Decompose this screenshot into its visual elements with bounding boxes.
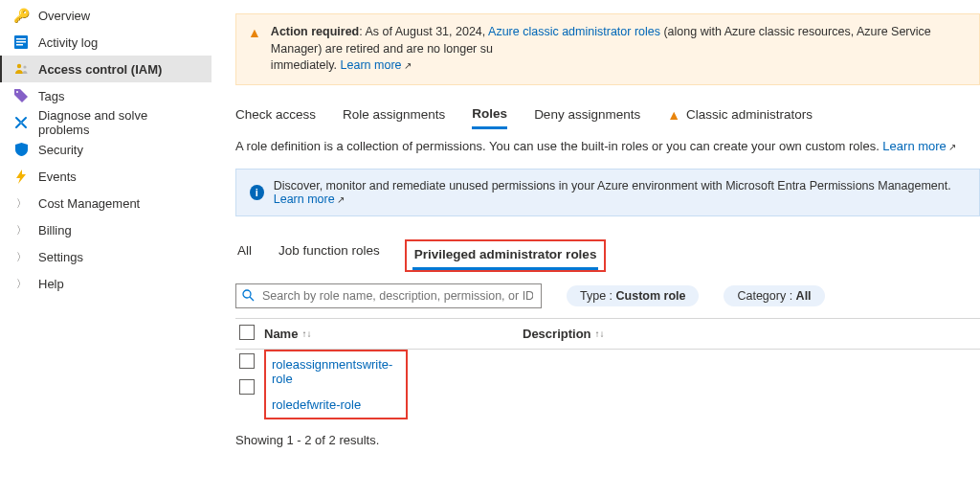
role-search-input[interactable] [260, 288, 535, 304]
filter-row: Type : Custom role Category : All [235, 283, 980, 308]
role-link[interactable]: roledefwrite-role [266, 396, 367, 414]
svg-point-4 [16, 63, 20, 67]
warning-icon: ▲ [248, 24, 261, 75]
table-header: Name ↑↓ Description ↑↓ [235, 318, 980, 350]
sidebar-item-cost-management[interactable]: 〉 Cost Management [0, 190, 212, 216]
alert-text: : As of August 31, 2024, [359, 25, 488, 38]
chevron-right-icon: 〉 [13, 250, 29, 264]
key-icon: 🔑 [13, 8, 29, 23]
sort-icon: ↑↓ [301, 328, 311, 339]
learn-more-link[interactable]: Learn more [274, 192, 335, 206]
alert-lead: Action required [271, 25, 359, 38]
sidebar-item-label: Settings [38, 250, 83, 264]
sidebar-item-access-control[interactable]: Access control (IAM) [0, 56, 212, 82]
chevron-right-icon: 〉 [13, 196, 29, 211]
shield-icon [13, 142, 29, 157]
sidebar-item-label: Events [38, 170, 77, 184]
filter-type-pill[interactable]: Type : Custom role [567, 285, 699, 306]
sidebar-item-billing[interactable]: 〉 Billing [0, 216, 212, 243]
table-row: roleassignmentswrite-role [266, 351, 406, 392]
tab-roles[interactable]: Roles [472, 106, 507, 129]
info-icon: i [250, 185, 264, 200]
row-checkbox[interactable] [235, 353, 264, 372]
row-checkbox[interactable] [235, 379, 264, 397]
sidebar: 🔑 Overview Activity log Access control (… [0, 0, 212, 498]
chevron-right-icon: 〉 [13, 277, 29, 291]
sidebar-item-diagnose[interactable]: Diagnose and solve problems [0, 109, 212, 136]
tab-check-access[interactable]: Check access [235, 106, 316, 129]
external-link-icon: ↗ [337, 194, 345, 205]
sort-icon: ↑↓ [595, 328, 605, 339]
table-row [235, 350, 264, 375]
sidebar-item-label: Diagnose and solve problems [38, 108, 202, 137]
learn-more-link[interactable]: Learn more [341, 58, 402, 72]
pill-label: Type : [580, 289, 616, 303]
info-text: Discover, monitor and remediate unused p… [274, 179, 951, 192]
sidebar-item-events[interactable]: Events [0, 163, 212, 190]
svg-point-7 [243, 290, 251, 298]
bolt-icon [13, 169, 29, 184]
pill-label: Category : [737, 289, 795, 303]
sidebar-item-overview[interactable]: 🔑 Overview [0, 2, 212, 29]
roles-description: A role definition is a collection of per… [235, 139, 980, 153]
sidebar-item-label: Overview [38, 9, 90, 23]
learn-more-link[interactable]: Learn more [882, 139, 946, 153]
entra-info-banner: i Discover, monitor and remediate unused… [235, 169, 980, 216]
sidebar-item-label: Activity log [38, 35, 98, 50]
role-subtabs: All Job function roles Privileged admini… [235, 239, 980, 272]
svg-line-8 [250, 297, 254, 301]
pill-value: Custom role [616, 289, 686, 303]
main-content: ▲ Action required: As of August 31, 2024… [212, 0, 980, 498]
sidebar-item-help[interactable]: 〉 Help [0, 270, 212, 297]
tab-classic-administrators[interactable]: ▲ Classic administrators [667, 106, 813, 129]
svg-rect-2 [16, 41, 26, 43]
external-link-icon: ↗ [404, 60, 412, 71]
main-tabs: Check access Role assignments Roles Deny… [235, 106, 980, 129]
subtab-all[interactable]: All [235, 239, 254, 272]
svg-rect-1 [16, 38, 26, 40]
results-count: Showing 1 - 2 of 2 results. [235, 433, 980, 447]
svg-point-5 [23, 65, 26, 68]
highlight-annotation: roleassignmentswrite-role roledefwrite-r… [264, 350, 408, 419]
role-link[interactable]: roleassignmentswrite-role [266, 355, 406, 388]
tab-role-assignments[interactable]: Role assignments [343, 106, 445, 129]
sidebar-item-label: Tags [38, 89, 64, 103]
sidebar-item-tags[interactable]: Tags [0, 82, 212, 109]
iam-icon [13, 61, 29, 77]
subtab-job-function[interactable]: Job function roles [277, 239, 382, 272]
sidebar-item-label: Security [38, 143, 83, 157]
external-link-icon: ↗ [948, 142, 956, 152]
col-desc-label: Description [523, 327, 591, 341]
col-name-label: Name [264, 327, 298, 341]
tab-label: Classic administrators [686, 107, 813, 122]
tag-icon [13, 88, 29, 103]
classic-roles-link[interactable]: Azure classic administrator roles [488, 25, 660, 38]
sidebar-item-settings[interactable]: 〉 Settings [0, 243, 212, 270]
table-row [235, 375, 264, 401]
header-checkbox[interactable] [235, 325, 264, 343]
warning-icon: ▲ [667, 107, 680, 123]
tab-deny-assignments[interactable]: Deny assignments [534, 106, 640, 129]
subtab-privileged-admin[interactable]: Privileged administrator roles [412, 243, 599, 270]
highlight-annotation: Privileged administrator roles [405, 239, 607, 272]
activity-log-icon [13, 34, 29, 50]
description-text: A role definition is a collection of per… [235, 139, 882, 153]
sidebar-item-label: Billing [38, 223, 72, 238]
sidebar-item-security[interactable]: Security [0, 136, 212, 163]
header-description[interactable]: Description ↑↓ [523, 325, 605, 343]
alert-text: immediately. [271, 58, 341, 72]
sidebar-item-label: Help [38, 277, 64, 291]
pill-value: All [796, 289, 812, 303]
chevron-right-icon: 〉 [13, 223, 29, 238]
search-icon [242, 289, 255, 302]
sidebar-item-activity-log[interactable]: Activity log [0, 29, 212, 56]
filter-category-pill[interactable]: Category : All [724, 285, 824, 306]
svg-rect-3 [16, 44, 23, 46]
table-row: roledefwrite-role [266, 392, 406, 418]
role-search[interactable] [235, 283, 542, 308]
sidebar-item-label: Access control (IAM) [38, 62, 162, 77]
header-name[interactable]: Name ↑↓ [264, 325, 523, 343]
svg-point-6 [16, 91, 18, 93]
diagnose-icon [13, 115, 29, 130]
sidebar-item-label: Cost Management [38, 196, 140, 211]
